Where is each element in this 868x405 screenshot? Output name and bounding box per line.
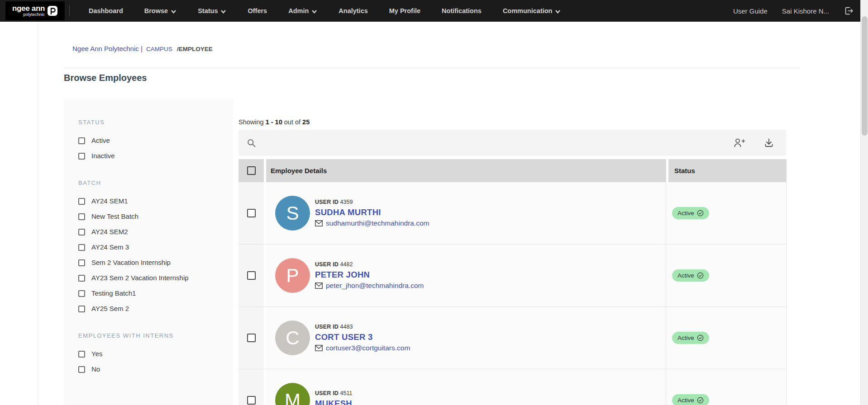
checkbox[interactable] <box>78 244 85 251</box>
ngee-ann-logo-icon <box>47 5 58 16</box>
top-navbar: ngee ann polytechnic Dashboard Browse St… <box>0 0 860 22</box>
breadcrumb-section-link[interactable]: CAMPUS <box>146 46 172 52</box>
results-range: 1 - 10 <box>266 118 282 126</box>
checkbox[interactable] <box>78 213 85 220</box>
add-employee-icon[interactable] <box>733 137 745 148</box>
results-count: Showing 1 - 10 out of 25 <box>238 118 310 126</box>
chevron-down-icon <box>555 9 561 14</box>
nav-dashboard[interactable]: Dashboard <box>89 7 123 14</box>
table-row: C USER ID 4483 CORT USER 3 cortuser3@cor… <box>238 307 786 369</box>
envelope-icon <box>315 283 323 289</box>
employee-email[interactable]: peter_jhon@techmahindra.com <box>315 282 424 290</box>
logout-icon[interactable] <box>844 6 854 16</box>
nav-notifications[interactable]: Notifications <box>442 7 482 14</box>
checkbox[interactable] <box>78 198 85 205</box>
nav-communication[interactable]: Communication <box>503 7 561 14</box>
nav-browse[interactable]: Browse <box>144 7 176 14</box>
filter-option-active[interactable]: Active <box>78 136 219 145</box>
nav-offers[interactable]: Offers <box>248 7 267 14</box>
column-header-status: Status <box>668 159 786 182</box>
checkbox[interactable] <box>78 290 85 297</box>
user-id: USER ID 4482 <box>315 261 424 268</box>
filter-option-batch[interactable]: Sem 2 Vacation Internship <box>78 258 219 267</box>
navbar-menu: Dashboard Browse Status Offers Admin Ana… <box>89 7 561 14</box>
checkbox[interactable] <box>78 351 85 358</box>
user-id: USER ID 4483 <box>315 324 410 330</box>
page-title: Browse Employees <box>64 73 147 83</box>
results-total: 25 <box>302 118 310 126</box>
select-all-checkbox[interactable] <box>247 166 256 175</box>
checkbox[interactable] <box>78 306 85 312</box>
employee-email[interactable]: sudhamurthi@techmahindra.com <box>315 219 429 227</box>
brand-logo[interactable]: ngee ann polytechnic <box>5 1 65 20</box>
row-checkbox[interactable] <box>247 271 256 280</box>
avatar: C <box>275 320 310 355</box>
status-badge: Active <box>672 332 709 344</box>
avatar: S <box>275 196 310 231</box>
user-id: USER ID 4511 <box>315 390 352 396</box>
row-checkbox[interactable] <box>247 209 256 217</box>
table-header-checkbox-cell <box>238 159 264 182</box>
employee-email[interactable]: cortuser3@cortguitars.com <box>315 344 410 352</box>
table-right-border <box>786 159 787 405</box>
filter-option-inactive[interactable]: Inactive <box>78 151 219 160</box>
check-circle-icon <box>697 334 704 341</box>
nav-status[interactable]: Status <box>198 7 226 14</box>
envelope-icon <box>315 345 323 351</box>
filter-option-batch[interactable]: AY24 SEM2 <box>78 227 219 236</box>
row-checkbox[interactable] <box>247 334 256 342</box>
table-header: Employee Details Status <box>238 159 786 182</box>
filter-option-batch[interactable]: AY24 SEM1 <box>78 196 219 206</box>
filters-sidebar: STATUS Active Inactive BATCH AY24 SEM1 N… <box>64 99 233 405</box>
filter-option-interns-no[interactable]: No <box>78 364 219 374</box>
download-icon[interactable] <box>763 137 774 148</box>
checkbox[interactable] <box>78 366 85 373</box>
check-circle-icon <box>697 210 704 217</box>
content-left-rule <box>38 22 38 405</box>
checkbox[interactable] <box>78 259 85 266</box>
filter-option-batch[interactable]: New Test Batch <box>78 212 219 221</box>
checkbox[interactable] <box>78 275 85 282</box>
filter-option-batch[interactable]: AY25 Sem 2 <box>78 304 219 313</box>
status-badge: Active <box>672 269 709 282</box>
check-circle-icon <box>697 397 704 404</box>
user-id: USER ID 4359 <box>315 199 429 205</box>
table-row: S USER ID 4359 SUDHA MURTHI sudhamurthi@… <box>238 182 786 245</box>
table-row: M USER ID 4511 MUKESH Active <box>238 369 786 405</box>
filter-option-batch[interactable]: Testing Batch1 <box>78 288 219 298</box>
breadcrumb-institution-link[interactable]: Ngee Ann Polytechnic | <box>72 45 143 52</box>
nav-analytics[interactable]: Analytics <box>339 7 367 14</box>
checkbox[interactable] <box>78 229 85 235</box>
filter-heading-status: STATUS <box>78 119 219 126</box>
filter-option-batch[interactable]: AY24 Sem 3 <box>78 242 219 252</box>
logo-line2: polytechnic <box>24 12 45 17</box>
row-checkbox[interactable] <box>247 396 256 405</box>
employee-name-link[interactable]: PETER JOHN <box>315 270 424 280</box>
brand-logo-text: ngee ann polytechnic <box>12 5 45 17</box>
employee-name-link[interactable]: MUKESH <box>315 399 352 405</box>
navbar-divider <box>69 5 70 16</box>
employee-name-link[interactable]: SUDHA MURTHI <box>315 207 429 217</box>
nav-my-profile[interactable]: My Profile <box>389 7 420 14</box>
avatar: M <box>275 383 310 405</box>
nav-admin[interactable]: Admin <box>288 7 317 14</box>
current-user-name[interactable]: Sai Kishore N... <box>782 7 829 15</box>
chevron-down-icon <box>311 9 317 14</box>
checkbox[interactable] <box>78 153 85 160</box>
table-row: P USER ID 4482 PETER JOHN peter_jhon@tec… <box>238 245 786 307</box>
envelope-icon <box>315 220 323 226</box>
navbar-right: User Guide Sai Kishore N... <box>733 6 854 16</box>
chevron-down-icon <box>220 9 226 14</box>
check-circle-icon <box>697 272 704 279</box>
avatar: P <box>275 258 310 293</box>
logo-line1: ngee ann <box>12 5 45 12</box>
filter-option-interns-yes[interactable]: Yes <box>78 349 219 358</box>
scrollbar-thumb[interactable] <box>862 16 868 136</box>
filter-option-batch[interactable]: AY23 Sem 2 Vacation Internship <box>78 273 219 283</box>
employee-name-link[interactable]: CORT USER 3 <box>315 332 410 342</box>
checkbox[interactable] <box>78 137 85 144</box>
user-guide-link[interactable]: User Guide <box>733 7 768 15</box>
search-icon[interactable] <box>247 138 256 148</box>
status-badge: Active <box>672 207 709 219</box>
page-scrollbar[interactable] <box>860 0 868 405</box>
